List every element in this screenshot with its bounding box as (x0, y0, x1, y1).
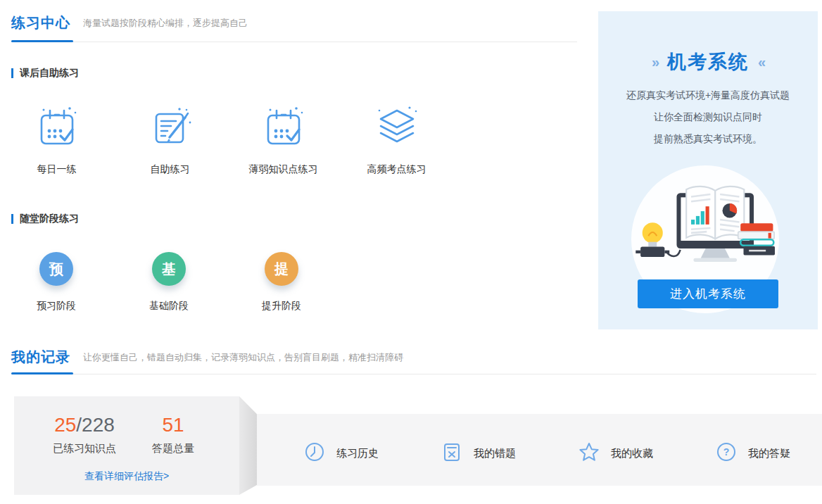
exam-system-title: 机考系统 (667, 49, 749, 75)
record-link-label: 练习历史 (336, 447, 379, 460)
record-link-label: 我的收藏 (611, 447, 653, 460)
practice-item-daily[interactable]: 每日一练 (0, 104, 113, 176)
practice-center-page: 练习中心 海量试题按阶段精心编排，逐步提高自己 课后自助练习 (0, 0, 822, 504)
stage-badge-preview: 预 (39, 252, 73, 286)
my-records-subtitle: 让你更懂自己，错题自动归集，记录薄弱知识点，告别盲目刷题，精准扫清障碍 (83, 351, 403, 364)
stage-practice-row: 预 预习阶段 基 基础阶段 提 提升阶段 (0, 252, 338, 313)
exam-system-panel: » 机考系统 « 还原真实考试环境+海量高度仿真试题 让你全面检测知识点同时 提… (598, 11, 818, 329)
my-records-header: 我的记录 让你更懂自己，错题自动归集，记录薄弱知识点，告别盲目刷题，精准扫清障碍 (11, 348, 403, 367)
stage-item-label: 基础阶段 (149, 300, 189, 313)
clock-icon (304, 441, 325, 465)
layers-icon (374, 104, 419, 149)
exam-system-title-row: » 机考系统 « (598, 49, 818, 75)
record-link-questions-answers[interactable]: ? 我的答疑 (716, 441, 790, 465)
practice-item-label: 高频考点练习 (367, 163, 426, 176)
practice-item-high-frequency[interactable]: 高频考点练习 (340, 104, 453, 176)
stage-item-label: 预习阶段 (37, 300, 76, 313)
practice-center-header: 练习中心 海量试题按阶段精心编排，逐步提高自己 (11, 13, 248, 32)
self-practice-row: 每日一练 (0, 104, 453, 176)
stage-item-basic[interactable]: 基 基础阶段 (113, 252, 225, 313)
chevron-right-decoration: » (652, 54, 658, 70)
header-divider (11, 42, 577, 42)
record-link-label: 我的错题 (474, 447, 516, 460)
stage-badge-basic: 基 (152, 252, 186, 286)
section-accent-bar (11, 68, 13, 78)
stat-label: 答题总量 (131, 442, 215, 455)
practice-item-self-help[interactable]: 自助练习 (113, 104, 227, 176)
svg-text:?: ? (723, 446, 730, 458)
practice-item-label: 自助练习 (151, 163, 190, 176)
active-tab-underline (11, 40, 73, 42)
records-divider (11, 374, 816, 374)
stage-item-preview[interactable]: 预 预习阶段 (0, 252, 113, 313)
stat-value: 51 (131, 414, 215, 436)
edit-doc-icon (148, 104, 193, 149)
record-link-favorites[interactable]: 我的收藏 (578, 441, 653, 465)
calendar-check-icon (261, 104, 306, 149)
stat-practiced-points: 25/228 已练习知识点 (28, 414, 141, 455)
stat-value: 25/228 (28, 414, 141, 436)
chevron-left-decoration: « (758, 54, 764, 70)
calendar-check-icon (34, 104, 80, 149)
practice-center-title: 练习中心 (11, 13, 70, 32)
section-accent-bar (11, 214, 13, 224)
stats-box-arrow-fold (239, 396, 257, 495)
practice-item-weak-points[interactable]: 薄弱知识点练习 (227, 104, 340, 176)
record-link-history[interactable]: 练习历史 (304, 441, 379, 465)
records-underline (11, 372, 73, 374)
view-report-link[interactable]: 查看详细评估报告> (14, 470, 239, 483)
record-link-label: 我的答疑 (748, 447, 790, 460)
self-practice-section-label: 课后自助练习 (11, 67, 79, 80)
stage-item-label: 提升阶段 (262, 300, 301, 313)
stage-practice-section-label: 随堂阶段练习 (11, 213, 79, 225)
stage-badge-improve: 提 (265, 252, 298, 286)
question-icon: ? (716, 441, 737, 465)
record-link-wrong-questions[interactable]: 我的错题 (441, 441, 516, 465)
wrong-doc-icon (441, 441, 462, 465)
practice-item-label: 薄弱知识点练习 (249, 163, 318, 176)
stat-total-answers: 51 答题总量 (131, 414, 215, 455)
practice-center-subtitle: 海量试题按阶段精心编排，逐步提高自己 (83, 17, 248, 30)
practice-item-label: 每日一练 (37, 163, 77, 176)
stage-item-improve[interactable]: 提 提升阶段 (225, 252, 338, 313)
enter-exam-system-button[interactable]: 进入机考系统 (638, 279, 778, 308)
stat-label: 已练习知识点 (28, 442, 141, 455)
star-icon (578, 441, 600, 465)
computer-exam-illustration (628, 177, 779, 286)
exam-system-description: 还原真实考试环境+海量高度仿真试题 让你全面检测知识点同时 提前熟悉真实考试环境… (598, 84, 818, 150)
my-records-title: 我的记录 (11, 348, 70, 367)
